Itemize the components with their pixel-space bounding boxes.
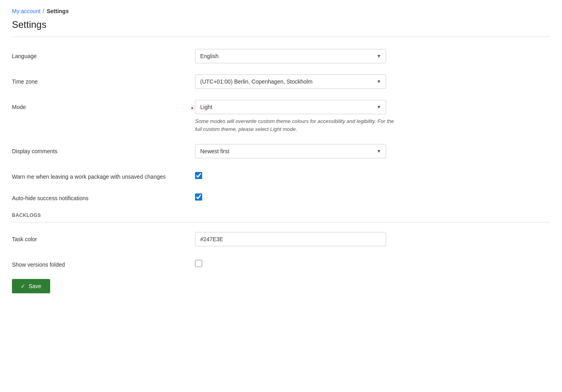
task-color-label: Task color bbox=[12, 232, 195, 242]
breadcrumb: My account / Settings bbox=[12, 8, 550, 14]
backlogs-section-header: BACKLOGS bbox=[12, 213, 549, 222]
save-button-label: Save bbox=[29, 283, 41, 289]
mode-control: Light Dark High contrast ▼ Some modes wi… bbox=[195, 100, 394, 133]
timezone-label: Time zone bbox=[12, 74, 195, 85]
task-color-input[interactable] bbox=[195, 232, 386, 246]
display-comments-select[interactable]: Newest first Oldest first bbox=[195, 144, 386, 158]
page-title: Settings bbox=[12, 19, 550, 30]
backlogs-section-title: BACKLOGS bbox=[12, 213, 549, 218]
task-color-row: Task color bbox=[12, 232, 549, 246]
mode-label: Mode bbox=[12, 100, 195, 110]
header-divider bbox=[12, 37, 550, 37]
show-versions-control bbox=[195, 257, 394, 267]
settings-container: Language English German French Spanish I… bbox=[12, 49, 549, 293]
language-control: English German French Spanish Italian ▼ bbox=[195, 49, 394, 63]
breadcrumb-current: Settings bbox=[47, 8, 68, 14]
required-indicator: • bbox=[191, 105, 193, 112]
language-select-wrapper: English German French Spanish Italian ▼ bbox=[195, 49, 386, 63]
warn-unsaved-label: Warn me when leaving a work package with… bbox=[12, 170, 195, 180]
auto-hide-control bbox=[195, 191, 394, 201]
language-label: Language bbox=[12, 49, 195, 59]
show-versions-checkbox-wrapper bbox=[195, 257, 394, 267]
show-versions-label: Show versions folded bbox=[12, 257, 195, 268]
warn-unsaved-row: Warn me when leaving a work package with… bbox=[12, 170, 549, 180]
language-select[interactable]: English German French Spanish Italian bbox=[195, 49, 386, 63]
breadcrumb-link[interactable]: My account bbox=[12, 8, 41, 14]
mode-note: Some modes will overwrite custom theme c… bbox=[195, 117, 394, 133]
display-comments-control: Newest first Oldest first ▼ bbox=[195, 144, 394, 158]
warn-unsaved-checkbox[interactable] bbox=[195, 172, 202, 179]
breadcrumb-separator: / bbox=[43, 8, 45, 14]
timezone-select-wrapper: (UTC+01:00) Berlin, Copenhagen, Stockhol… bbox=[195, 74, 386, 89]
auto-hide-checkbox[interactable] bbox=[195, 193, 202, 201]
display-comments-select-wrapper: Newest first Oldest first ▼ bbox=[195, 144, 386, 158]
timezone-select[interactable]: (UTC+01:00) Berlin, Copenhagen, Stockhol… bbox=[195, 74, 386, 89]
auto-hide-row: Auto-hide success notifications bbox=[12, 191, 549, 201]
backlogs-divider bbox=[12, 222, 549, 222]
save-checkmark-icon: ✓ bbox=[21, 283, 25, 289]
warn-unsaved-control bbox=[195, 170, 394, 179]
display-comments-row: Display comments Newest first Oldest fir… bbox=[12, 144, 549, 158]
language-row: Language English German French Spanish I… bbox=[12, 49, 549, 63]
mode-select-wrapper: Light Dark High contrast ▼ bbox=[195, 100, 386, 114]
auto-hide-label: Auto-hide success notifications bbox=[12, 191, 195, 201]
timezone-row: Time zone (UTC+01:00) Berlin, Copenhagen… bbox=[12, 74, 549, 89]
show-versions-checkbox[interactable] bbox=[195, 260, 202, 267]
display-comments-label: Display comments bbox=[12, 144, 195, 154]
warn-unsaved-checkbox-wrapper bbox=[195, 170, 394, 179]
mode-select[interactable]: Light Dark High contrast bbox=[195, 100, 386, 114]
task-color-control bbox=[195, 232, 394, 246]
show-versions-row: Show versions folded bbox=[12, 257, 549, 268]
auto-hide-checkbox-wrapper bbox=[195, 191, 394, 201]
save-button[interactable]: ✓ Save bbox=[12, 279, 50, 293]
timezone-control: (UTC+01:00) Berlin, Copenhagen, Stockhol… bbox=[195, 74, 394, 89]
mode-row: Mode Light Dark High contrast ▼ Some mod… bbox=[12, 100, 549, 133]
